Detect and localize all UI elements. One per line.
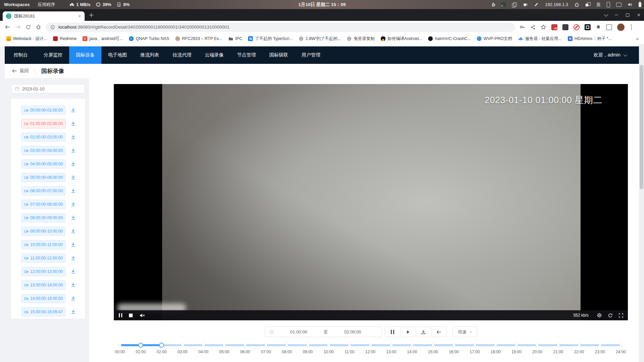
bookmark-webstack[interactable]: Webstack - 设计...: [3, 36, 50, 42]
record-button[interactable]: 08:00:00-09:00:00: [21, 213, 66, 223]
bookmark-folder-ipc[interactable]: IPC: [225, 36, 245, 41]
extension-dark-icon[interactable]: [562, 24, 568, 30]
player-fullscreen-icon[interactable]: [618, 313, 624, 318]
bookmark-copy-free[interactable]: 免登录复制: [344, 36, 378, 42]
bookmarks-overflow-chevron[interactable]: »: [636, 36, 639, 41]
date-picker-input[interactable]: 2023-01-10: [11, 84, 85, 93]
new-tab-button[interactable]: [89, 13, 93, 17]
passwords-icon[interactable]: [519, 24, 525, 30]
player-pause-icon[interactable]: [119, 313, 122, 317]
download-icon[interactable]: [71, 255, 76, 261]
tab-close-icon[interactable]: [78, 14, 81, 18]
download-record-button[interactable]: [416, 327, 431, 337]
window-minimize-button[interactable]: [615, 15, 618, 15]
record-button[interactable]: 13:00:00-14:00:00: [21, 280, 66, 290]
share-icon[interactable]: [530, 25, 536, 30]
download-icon[interactable]: [71, 161, 76, 167]
system-stats[interactable]: 1 MB/s 39% 8%: [69, 2, 130, 7]
page-info-icon[interactable]: [50, 25, 55, 30]
clipboard-tray-icon[interactable]: [512, 2, 517, 7]
download-icon[interactable]: [71, 202, 76, 207]
bing-tray-icon[interactable]: b: [492, 2, 495, 7]
home-tray-icon[interactable]: [574, 2, 580, 7]
time-range-picker[interactable]: 01:00:00 至 02:00:00: [265, 327, 382, 337]
extension-black-square-icon[interactable]: [585, 24, 591, 30]
page-scrollbar[interactable]: [639, 44, 644, 362]
record-button[interactable]: 03:00:00-04:00:00: [21, 146, 66, 155]
browser-tab[interactable]: 国标28181: [3, 11, 85, 21]
record-button[interactable]: 06:00:00-07:00:00: [21, 186, 66, 196]
nav-item-e-map[interactable]: 电子地图: [101, 46, 134, 64]
record-button[interactable]: 15:00:00-15:09:47: [21, 307, 66, 317]
nav-item-gb-cascade[interactable]: 国标级联: [263, 46, 295, 64]
window-close-button[interactable]: [637, 13, 641, 17]
window-maximize-button[interactable]: [626, 13, 629, 17]
download-icon[interactable]: [71, 188, 76, 194]
nav-item-push-list[interactable]: 推流列表: [134, 46, 166, 64]
download-icon[interactable]: [71, 229, 76, 234]
user-menu[interactable]: 欢迎，admin: [594, 52, 639, 58]
battery-tray-icon[interactable]: [639, 2, 641, 7]
download-icon[interactable]: [71, 269, 76, 274]
nav-item-user-manage[interactable]: 用户管理: [295, 46, 327, 64]
record-button-active[interactable]: 01:00:00-02:00:00: [21, 119, 66, 128]
player-refresh-icon[interactable]: [608, 313, 613, 318]
bookmark-redmine[interactable]: Redmine: [50, 36, 80, 41]
nav-item-gb-devices[interactable]: 国标设备: [69, 46, 101, 64]
bookmark-qnap[interactable]: QNAP Turbo NAS: [126, 36, 172, 41]
back-button[interactable]: 返回: [12, 68, 29, 74]
record-button[interactable]: 09:00:00-10:00:00: [21, 227, 66, 236]
input-language-indicator[interactable]: 英: [596, 2, 601, 8]
address-bar[interactable]: localhost:38080/#/gbRecordDetail/3402000…: [46, 23, 515, 32]
download-icon[interactable]: [71, 282, 76, 288]
extension-outline-icon[interactable]: [606, 24, 612, 30]
bookmark-18w[interactable]: 1.8W字|了不起的...: [296, 36, 344, 42]
tab-search-icon[interactable]: [604, 12, 608, 17]
bookmark-java-android[interactable]: Cjava、android可...: [80, 36, 126, 42]
timeline-handle-end[interactable]: [159, 343, 164, 348]
record-button[interactable]: 04:00:00-05:00:00: [21, 159, 66, 169]
record-button[interactable]: 14:00:00-15:00:00: [21, 294, 66, 303]
nav-item-pull-proxy[interactable]: 拉流代理: [166, 46, 198, 64]
volume-tray-icon[interactable]: [628, 2, 633, 7]
player-settings-gear-icon[interactable]: [597, 313, 602, 318]
record-button[interactable]: 02:00:00-03:00:00: [21, 132, 66, 142]
playback-speed-dropdown[interactable]: 倍速: [452, 327, 477, 337]
record-button[interactable]: 11:00:00-12:00:00: [21, 253, 66, 263]
bookmark-tencent-cloud[interactable]: 服务器 - 轻量应用...: [515, 36, 565, 42]
scrollbar-thumb[interactable]: [640, 65, 643, 189]
player-mute-icon[interactable]: [139, 313, 145, 318]
pause-button[interactable]: [385, 327, 401, 337]
record-button[interactable]: 12:00:00-13:00:00: [21, 267, 66, 276]
browser-reload-icon[interactable]: [26, 25, 31, 30]
download-icon[interactable]: [71, 134, 76, 140]
range-end-time[interactable]: 02:00:00: [328, 329, 378, 334]
browser-forward-icon[interactable]: [15, 24, 21, 30]
bookmark-typescript[interactable]: 知了不起的 TypeScri...: [245, 36, 296, 42]
player-stop-icon[interactable]: [129, 314, 133, 317]
bookmark-android-build[interactable]: 如何编译Android...: [378, 36, 425, 42]
extension-bell-icon[interactable]: [596, 25, 601, 30]
browser-menu-icon[interactable]: [631, 25, 632, 30]
bookmark-star-icon[interactable]: [541, 24, 546, 30]
range-start-time[interactable]: 01:00:00: [274, 329, 324, 334]
bookmark-hdatmos[interactable]: MHDAtmos :: 种子 *...: [565, 36, 615, 42]
record-button[interactable]: 10:00:00-11:00:00: [21, 240, 66, 249]
nav-item-console[interactable]: 控制台: [5, 46, 37, 64]
cup-tray-icon[interactable]: [523, 2, 528, 7]
workspaces-button[interactable]: Workspaces: [4, 2, 30, 7]
download-icon[interactable]: [71, 148, 76, 153]
download-icon[interactable]: [71, 121, 76, 126]
video-player[interactable]: 2023-01-10 01:00:00 星期二 552 kb/s: [114, 84, 628, 320]
pen-tray-icon[interactable]: [534, 2, 539, 7]
profile-avatar[interactable]: [617, 24, 625, 31]
seek-back-button[interactable]: [431, 327, 447, 337]
screenshot-tray-icon[interactable]: [501, 2, 506, 7]
browser-back-icon[interactable]: [5, 24, 10, 30]
extension-json-viewer-icon[interactable]: JS: [551, 24, 557, 30]
browser-home-icon[interactable]: [36, 24, 41, 30]
download-icon[interactable]: [71, 175, 76, 180]
record-button[interactable]: 00:00:00-01:00:00: [21, 106, 66, 115]
record-button[interactable]: 07:00:00-08:00:00: [21, 200, 66, 209]
nav-item-node-manage[interactable]: 节点管理: [230, 46, 263, 64]
